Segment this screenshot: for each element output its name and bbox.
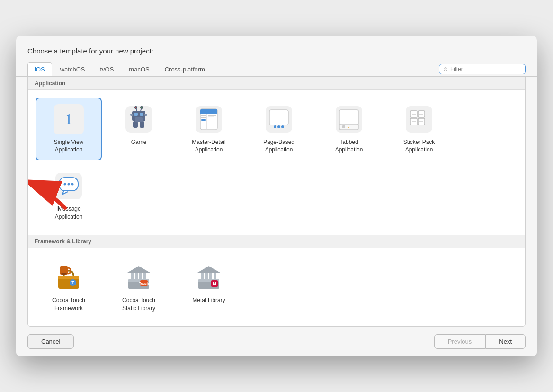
tab-ios[interactable]: iOS bbox=[27, 62, 52, 76]
game-icon bbox=[124, 104, 154, 134]
template-tabbed-label: TabbedApplication bbox=[335, 138, 363, 154]
template-single-view[interactable]: 1 Single ViewApplication bbox=[36, 98, 102, 161]
template-page-based[interactable]: Page-BasedApplication bbox=[246, 98, 312, 161]
metal-lib-icon: M bbox=[194, 262, 224, 293]
svg-text:Touch: Touch bbox=[139, 282, 149, 285]
svg-point-47 bbox=[71, 183, 74, 186]
section-framework: Framework & Library bbox=[28, 235, 525, 248]
svg-rect-50 bbox=[58, 276, 79, 279]
svg-rect-7 bbox=[140, 121, 144, 128]
svg-rect-22 bbox=[208, 116, 214, 117]
tab-bar: iOS watchOS tvOS macOS Cross-platform ⊜ bbox=[16, 62, 537, 77]
svg-rect-18 bbox=[201, 115, 206, 116]
template-cocoa-touch-fw-label: Cocoa TouchFramework bbox=[52, 296, 85, 312]
svg-rect-69 bbox=[214, 273, 216, 279]
svg-marker-61 bbox=[127, 266, 150, 273]
template-master-detail-label: Master-DetailApplication bbox=[192, 138, 225, 154]
template-imessage[interactable]: iMessageApplication bbox=[36, 164, 102, 228]
master-detail-icon bbox=[194, 104, 224, 134]
template-cocoa-touch-fw[interactable]: T Cocoa TouchFramework bbox=[36, 256, 102, 319]
filter-box: ⊜ bbox=[439, 64, 526, 74]
filter-icon: ⊜ bbox=[443, 66, 448, 72]
svg-rect-8 bbox=[135, 117, 143, 122]
svg-rect-20 bbox=[201, 119, 206, 121]
sticker-pack-icon bbox=[404, 104, 434, 134]
template-cocoa-touch-lib[interactable]: Touch Cocoa TouchStatic Library bbox=[106, 256, 172, 319]
template-game[interactable]: Game bbox=[106, 98, 172, 161]
svg-point-45 bbox=[64, 183, 66, 186]
cocoa-touch-fw-icon: T bbox=[54, 262, 84, 293]
cancel-button[interactable]: Cancel bbox=[27, 334, 74, 349]
template-game-label: Game bbox=[131, 138, 147, 146]
svg-rect-66 bbox=[201, 273, 204, 279]
svg-rect-68 bbox=[209, 273, 212, 279]
svg-point-10 bbox=[135, 107, 137, 108]
imessage-icon bbox=[54, 171, 84, 201]
template-cocoa-touch-lib-label: Cocoa TouchStatic Library bbox=[122, 296, 155, 312]
svg-point-46 bbox=[68, 183, 70, 186]
application-grid: 1 Single ViewApplication bbox=[28, 90, 525, 235]
template-metal-lib-label: Metal Library bbox=[192, 296, 225, 304]
svg-rect-2 bbox=[134, 113, 138, 116]
svg-rect-60 bbox=[143, 273, 146, 279]
svg-point-52 bbox=[61, 273, 67, 275]
svg-rect-16 bbox=[200, 112, 217, 114]
new-project-dialog: Choose a template for your new project: … bbox=[16, 36, 537, 357]
template-sticker-pack-label: Sticker PackApplication bbox=[403, 138, 435, 154]
svg-text:★: ★ bbox=[347, 126, 349, 129]
svg-point-27 bbox=[281, 125, 284, 128]
svg-text:M: M bbox=[213, 281, 216, 286]
svg-rect-5 bbox=[144, 114, 147, 116]
svg-point-12 bbox=[141, 107, 143, 108]
nav-buttons: Previous Next bbox=[434, 334, 526, 349]
filter-input[interactable] bbox=[450, 66, 521, 72]
svg-rect-29 bbox=[339, 110, 358, 125]
template-imessage-label: iMessageApplication bbox=[55, 205, 83, 221]
template-tabbed[interactable]: ★ ··· TabbedApplication bbox=[316, 98, 382, 161]
svg-rect-58 bbox=[135, 273, 138, 279]
svg-rect-6 bbox=[133, 121, 138, 128]
template-single-view-label: Single ViewApplication bbox=[54, 138, 83, 154]
svg-point-26 bbox=[277, 125, 280, 128]
svg-rect-21 bbox=[208, 115, 216, 116]
next-button[interactable]: Next bbox=[485, 334, 526, 349]
svg-rect-31 bbox=[342, 125, 345, 128]
template-metal-lib[interactable]: M Metal Library bbox=[176, 256, 242, 319]
svg-point-25 bbox=[274, 125, 276, 128]
tabbed-icon: ★ ··· bbox=[334, 104, 364, 134]
svg-rect-3 bbox=[140, 113, 143, 116]
framework-grid: T Cocoa TouchFramework bbox=[28, 248, 525, 327]
template-sticker-pack[interactable]: Sticker PackApplication bbox=[386, 98, 452, 161]
template-master-detail[interactable]: Master-DetailApplication bbox=[176, 98, 242, 161]
previous-button[interactable]: Previous bbox=[434, 334, 485, 349]
svg-rect-4 bbox=[130, 114, 133, 116]
section-application: Application bbox=[28, 77, 525, 90]
svg-rect-24 bbox=[269, 110, 288, 125]
svg-rect-67 bbox=[205, 273, 208, 279]
svg-rect-59 bbox=[139, 273, 142, 279]
dialog-title: Choose a template for your new project: bbox=[16, 47, 537, 62]
svg-marker-70 bbox=[197, 266, 220, 273]
svg-rect-57 bbox=[131, 273, 134, 279]
tab-crossplatform[interactable]: Cross-platform bbox=[158, 62, 212, 76]
tab-macos[interactable]: macOS bbox=[122, 62, 156, 76]
svg-rect-19 bbox=[201, 117, 206, 118]
svg-text:···: ··· bbox=[351, 125, 354, 129]
cocoa-touch-lib-icon: Touch bbox=[124, 262, 154, 293]
tab-tvos[interactable]: tvOS bbox=[93, 62, 121, 76]
page-based-icon bbox=[264, 104, 294, 134]
svg-text:T: T bbox=[71, 280, 74, 285]
tab-watchos[interactable]: watchOS bbox=[53, 62, 92, 76]
single-view-icon: 1 bbox=[54, 104, 84, 134]
template-content-area: Application 1 Single ViewApplication bbox=[27, 77, 526, 327]
template-page-based-label: Page-BasedApplication bbox=[263, 138, 294, 154]
bottom-bar: Cancel Previous Next bbox=[16, 327, 537, 356]
